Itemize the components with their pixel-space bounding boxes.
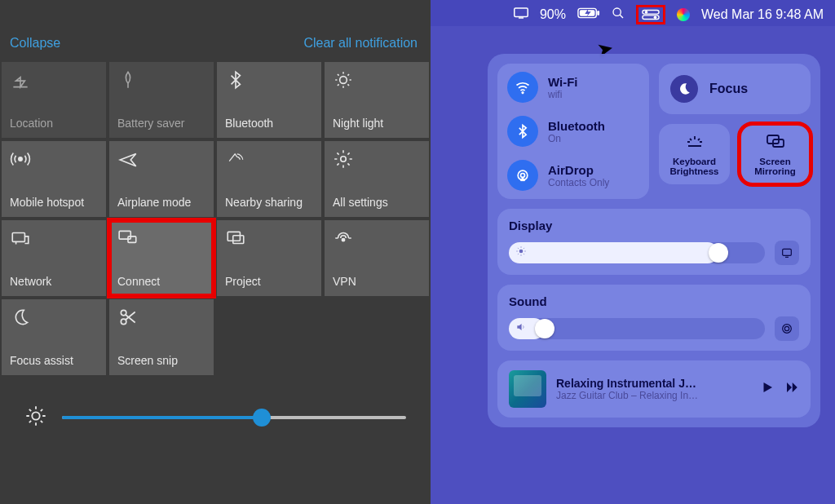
svg-rect-4	[119, 231, 130, 239]
sound-knob[interactable]	[535, 319, 554, 338]
display-title: Display	[509, 219, 799, 232]
bluetooth-text: Bluetooth On	[548, 119, 605, 144]
tile-connect[interactable]: Connect	[109, 220, 214, 296]
tile-label: All settings	[333, 196, 421, 209]
vpn-icon	[333, 227, 421, 250]
sound-title: Sound	[509, 294, 799, 308]
tile-label: Battery saver	[117, 117, 205, 130]
display-card: Display	[497, 209, 811, 275]
tile-airplane-mode[interactable]: Airplane mode	[109, 141, 214, 217]
siri-icon[interactable]	[677, 8, 690, 21]
bluetooth-title: Bluetooth	[548, 119, 605, 133]
control-center-panel: Wi-Fi wifi Bluetooth On AirDrop	[488, 54, 820, 427]
battery-icon[interactable]	[577, 7, 600, 22]
display-options-icon[interactable]	[775, 241, 799, 265]
control-center-menubar-icon[interactable]	[636, 5, 665, 24]
action-center-header: Collapse Clear all notification	[0, 0, 431, 62]
airdrop-text: AirDrop Contacts Only	[548, 163, 609, 188]
brightness-slider[interactable]	[62, 416, 406, 419]
airplay-audio-icon[interactable]	[775, 316, 799, 341]
menubar-datetime[interactable]: Wed Mar 16 9:48 AM	[701, 7, 824, 22]
airdrop-row[interactable]: AirDrop Contacts Only	[507, 160, 639, 191]
tile-label: Network	[10, 275, 98, 288]
nearby-sharing-icon	[225, 148, 313, 170]
tile-location[interactable]: Location	[2, 62, 106, 138]
night-light-icon	[333, 69, 421, 91]
tile-night-light[interactable]: Night light	[325, 62, 429, 138]
bluetooth-row[interactable]: Bluetooth On	[507, 116, 639, 147]
mini-label: Keyboard Brightness	[664, 157, 725, 176]
album-art	[509, 370, 546, 408]
brightness-thumb[interactable]	[253, 409, 271, 427]
wifi-status: wifi	[548, 89, 578, 100]
brightness-fill	[62, 416, 262, 419]
track-subtitle: Jazz Guitar Club – Relaxing In…	[556, 390, 750, 401]
display-fill	[509, 242, 718, 263]
mini-label: Screen Mirroring	[744, 157, 806, 176]
svg-point-2	[341, 157, 347, 162]
clear-notifications-button[interactable]: Clear all notification	[303, 36, 418, 51]
screen-mirroring-button[interactable]: Screen Mirroring	[740, 124, 811, 184]
location-icon	[10, 69, 98, 91]
svg-point-0	[340, 77, 347, 84]
tile-label: Location	[10, 117, 98, 130]
svg-rect-15	[597, 11, 599, 15]
tile-focus-assist[interactable]: Focus assist	[2, 299, 106, 375]
sun-icon	[515, 245, 527, 260]
network-icon	[10, 227, 98, 250]
svg-rect-27	[783, 249, 792, 255]
wifi-row[interactable]: Wi-Fi wifi	[507, 72, 639, 103]
tile-label: Airplane mode	[117, 196, 205, 209]
tile-label: Night light	[333, 117, 421, 130]
focus-label: Focus	[709, 82, 748, 96]
keyboard-brightness-button[interactable]: Keyboard Brightness	[659, 124, 730, 184]
moon-icon	[10, 306, 98, 329]
airplane-icon	[117, 148, 205, 170]
svg-point-16	[613, 8, 621, 15]
connectivity-card: Wi-Fi wifi Bluetooth On AirDrop	[497, 64, 649, 199]
sound-slider[interactable]	[509, 318, 765, 339]
spotlight-search-icon[interactable]	[612, 7, 625, 23]
mini-row: Keyboard Brightness Screen Mirroring	[659, 124, 811, 184]
collapse-button[interactable]: Collapse	[10, 36, 60, 51]
play-icon[interactable]	[760, 380, 775, 398]
tile-network[interactable]: Network	[2, 220, 106, 296]
tile-screen-snip[interactable]: Screen snip	[109, 299, 214, 375]
sound-card: Sound	[497, 285, 811, 351]
display-slider[interactable]	[509, 242, 765, 263]
svg-point-11	[32, 412, 39, 419]
wifi-text: Wi-Fi wifi	[548, 75, 578, 100]
tile-label: Connect	[117, 275, 205, 288]
windows-action-center: Collapse Clear all notification Location…	[0, 0, 431, 504]
svg-point-20	[654, 15, 657, 19]
tile-nearby-sharing[interactable]: Nearby sharing	[217, 141, 321, 217]
tile-label: VPN	[333, 275, 421, 288]
focus-card[interactable]: Focus	[659, 64, 811, 114]
airdrop-status: Contacts Only	[548, 177, 609, 188]
screen-mirroring-icon	[766, 132, 785, 152]
tile-project[interactable]: Project	[217, 220, 321, 296]
tile-label: Screen snip	[117, 354, 205, 367]
tile-label: Project	[225, 275, 313, 288]
svg-point-8	[342, 239, 344, 241]
tile-battery-saver[interactable]: Battery saver	[109, 62, 214, 138]
now-playing-card[interactable]: Relaxing Instrumental J… Jazz Guitar Clu…	[497, 360, 811, 418]
bluetooth-icon	[225, 69, 313, 91]
tile-label: Mobile hotspot	[10, 196, 98, 209]
svg-rect-7	[233, 236, 244, 244]
airdrop-title: AirDrop	[548, 163, 609, 177]
tile-all-settings[interactable]: All settings	[325, 141, 429, 217]
screen-mirroring-menubar-icon[interactable]	[514, 7, 528, 22]
next-icon[interactable]	[784, 380, 799, 398]
tile-mobile-hotspot[interactable]: Mobile hotspot	[2, 141, 106, 217]
svg-rect-12	[515, 8, 528, 17]
tile-label: Nearby sharing	[225, 196, 313, 209]
svg-point-29	[784, 326, 789, 330]
hotspot-icon	[10, 148, 98, 170]
mac-menubar: 90% Wed Mar 16 9:48 AM	[431, 0, 835, 26]
bluetooth-icon	[507, 116, 538, 147]
tile-bluetooth[interactable]: Bluetooth	[217, 62, 321, 138]
tile-vpn[interactable]: VPN	[325, 220, 429, 296]
svg-point-1	[19, 157, 22, 161]
display-knob[interactable]	[709, 243, 728, 263]
